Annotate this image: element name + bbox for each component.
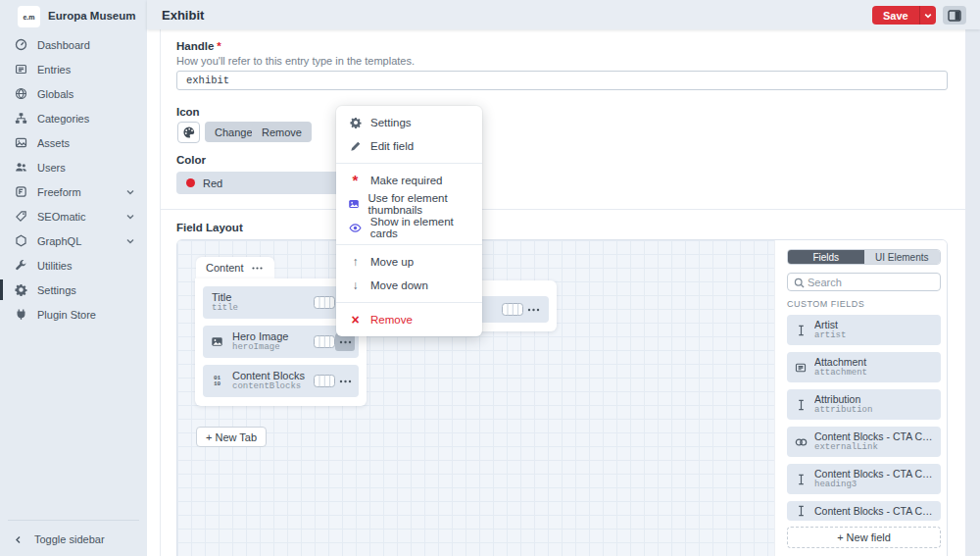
magnifier-icon [794, 278, 805, 288]
color-swatch-icon [186, 178, 195, 187]
library-field-heading3[interactable]: Content Blocks - CTA Captio…heading3 [787, 464, 941, 494]
column-width-widget[interactable] [314, 375, 335, 387]
sidebar-item-graphql[interactable]: GraphQL [0, 228, 147, 253]
gauge-icon [14, 38, 27, 52]
page-title: Exhibit [162, 0, 204, 29]
sidebar: e.m Europa Museum Dashboard Entries Glob… [0, 0, 147, 556]
palette-icon [182, 126, 196, 139]
icon-thumbnail-button[interactable] [177, 122, 200, 143]
seomatic-icon [14, 210, 27, 224]
field-layout-label: Field Layout [176, 222, 243, 233]
menu-item-remove[interactable]: × Remove [336, 308, 482, 331]
wrench-icon [14, 259, 27, 273]
matrix-icon: 0110 [210, 376, 224, 387]
brand-name: Europa Museum [48, 0, 135, 31]
chevron-down-icon [924, 12, 932, 20]
library-field-attribution[interactable]: Attributionattribution [787, 389, 941, 420]
chevron-down-icon [126, 213, 134, 221]
tab-content[interactable]: Content [196, 257, 274, 278]
newspaper-icon [794, 362, 808, 374]
new-field-button[interactable]: + New field [787, 527, 941, 548]
library-field-clipped[interactable]: Content Blocks - CTA Captio… [787, 501, 941, 521]
toggle-sidebar-button[interactable]: Toggle sidebar [0, 527, 147, 552]
sidebar-item-globals[interactable]: Globals [0, 81, 147, 106]
field-row-content-blocks[interactable]: 0110 Content Blocks contentBlocks [203, 365, 359, 397]
column-width-widget[interactable] [314, 335, 335, 348]
menu-item-settings[interactable]: Settings [336, 111, 482, 134]
handle-field-instructions: How you'll refer to this entry type in t… [176, 55, 415, 67]
text-cursor-icon [794, 474, 808, 485]
content-left-rule [160, 29, 161, 556]
column-width-widget[interactable] [502, 303, 523, 316]
tab-ui-elements[interactable]: UI Elements [864, 250, 941, 264]
x-icon: × [348, 315, 363, 325]
sidebar-item-categories[interactable]: Categories [0, 106, 147, 130]
sidebar-item-dashboard[interactable]: Dashboard [0, 32, 147, 57]
handle-field-label: Handle* [176, 40, 221, 52]
users-icon [14, 161, 27, 175]
header-bar: Exhibit Save [147, 0, 980, 29]
menu-divider [336, 244, 482, 245]
sidebar-item-entries[interactable]: Entries [0, 57, 147, 81]
sidebar-item-users[interactable]: Users [0, 155, 147, 179]
field-options-button[interactable] [335, 373, 355, 390]
text-cursor-icon [794, 325, 808, 336]
required-asterisk: * [217, 40, 220, 52]
field-options-button[interactable] [523, 301, 543, 319]
icon-remove-button[interactable]: Remove [252, 122, 312, 142]
menu-item-show-in-cards[interactable]: Show in element cards [336, 216, 482, 239]
sidebar-item-freeform[interactable]: Freeform [0, 179, 147, 204]
save-menu-button[interactable] [919, 6, 936, 25]
details-pane-toggle-button[interactable] [943, 6, 966, 25]
sitemap-icon [14, 112, 27, 126]
chevron-down-icon [126, 237, 134, 245]
menu-item-move-down[interactable]: ↓ Move down [336, 274, 482, 297]
pencil-icon [348, 140, 363, 152]
chevron-down-icon [126, 188, 134, 196]
handle-input[interactable] [176, 71, 948, 90]
search-input[interactable] [808, 275, 935, 289]
menu-item-make-required[interactable]: * Make required [336, 169, 482, 192]
sidebar-item-assets[interactable]: Assets [0, 130, 147, 155]
chevron-left-icon [14, 535, 23, 544]
library-field-artist[interactable]: Artistartist [787, 315, 941, 345]
sidebar-item-utilities[interactable]: Utilities [0, 253, 147, 278]
tab-options-button[interactable] [251, 262, 265, 274]
custom-fields-group-label: CUSTOM FIELDS [787, 299, 864, 309]
column-width-widget[interactable] [314, 296, 335, 309]
library-field-attachment[interactable]: Attachmentattachment [787, 352, 941, 382]
brand[interactable]: e.m Europa Museum [0, 0, 147, 31]
freeform-icon [14, 185, 27, 199]
sidebar-item-plugin-store[interactable]: Plugin Store [0, 302, 147, 327]
library-search [787, 273, 941, 291]
color-field-label: Color [176, 154, 206, 166]
sidebar-item-settings[interactable]: Settings [0, 278, 147, 302]
library-field-external-link[interactable]: Content Blocks - CTA Captio…externalLink [787, 427, 941, 457]
color-select-value: Red [203, 177, 222, 189]
text-cursor-icon [794, 399, 808, 411]
sidebar-divider [8, 520, 139, 521]
gear-icon [14, 283, 27, 297]
graphql-icon [14, 234, 27, 248]
sidebar-item-seomatic[interactable]: SEOmatic [0, 204, 147, 228]
arrow-up-icon: ↑ [348, 255, 363, 269]
new-tab-button[interactable]: + New Tab [196, 427, 267, 447]
field-library-panel: Fields UI Elements CUSTOM FIELDS Artista… [774, 240, 948, 556]
eye-icon [348, 223, 363, 233]
tab-fields[interactable]: Fields [788, 250, 864, 264]
field-layout-designer: Content Title title Hero Image heroImage [176, 239, 948, 556]
menu-item-edit-field[interactable]: Edit field [336, 134, 482, 158]
library-tab-bar: Fields UI Elements [787, 249, 941, 265]
menu-item-move-up[interactable]: ↑ Move up [336, 250, 482, 274]
image-icon [210, 335, 224, 348]
newspaper-icon [14, 63, 27, 76]
asterisk-icon: * [348, 176, 363, 185]
tab-label: Content [206, 262, 244, 274]
menu-divider [336, 163, 482, 164]
photo-icon [14, 136, 27, 150]
right-gutter [965, 29, 980, 556]
save-button[interactable]: Save [872, 6, 919, 25]
arrow-down-icon: ↓ [348, 278, 363, 292]
menu-item-use-thumbnails[interactable]: Use for element thumbnails [336, 192, 482, 216]
gear-icon [348, 117, 363, 128]
